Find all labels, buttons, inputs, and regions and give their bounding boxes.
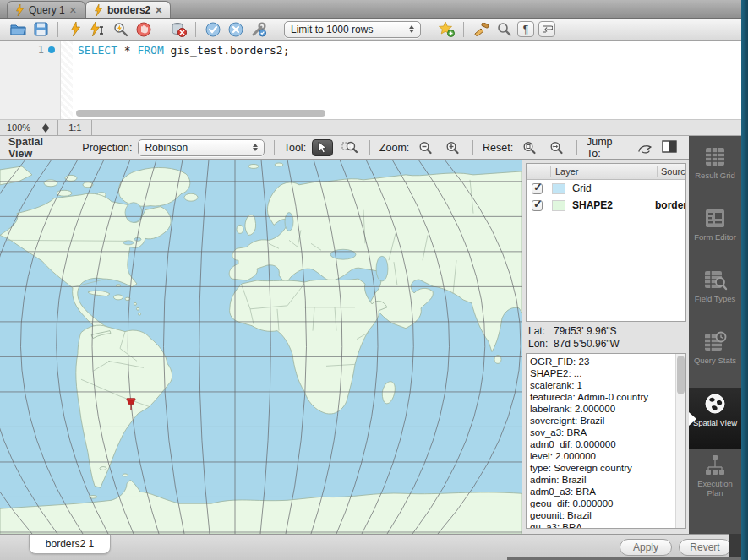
separator	[57, 120, 58, 135]
query-bolt-icon	[15, 4, 25, 16]
result-set-tab[interactable]: borders2 1	[29, 535, 111, 554]
layer-list: Layer Source Grid SHAPE2 borders2	[526, 163, 686, 322]
spatial-view-title: Spatial View	[8, 136, 69, 160]
sidebar-item-field-types[interactable]: Field Types	[689, 264, 741, 326]
tab-close-icon[interactable]: ✕	[69, 6, 77, 14]
editor-tab-bar: Query 1 ✕ borders2 ✕	[0, 0, 741, 19]
layer-visible-checkbox[interactable]	[532, 183, 543, 194]
sql-plain: gis_test.borders2;	[164, 44, 290, 57]
toolbar-separator	[195, 22, 196, 37]
tab-query-1[interactable]: Query 1 ✕	[7, 1, 85, 18]
dropdown-arrows-icon	[246, 144, 258, 151]
zoom-stepper[interactable]	[37, 123, 54, 133]
sql-toolbar: Limit to 1000 rows ¶	[0, 19, 741, 41]
app-window: Query 1 ✕ borders2 ✕	[0, 0, 748, 560]
zoom-area-tool-button[interactable]	[339, 139, 360, 156]
separator	[472, 140, 473, 155]
dropdown-arrows-icon	[402, 25, 414, 33]
fit-view-button[interactable]	[546, 139, 567, 156]
layer-row-grid[interactable]: Grid	[527, 180, 685, 197]
line-number: 1	[38, 44, 44, 56]
lon-value: 87d 5'50.96"W	[554, 338, 620, 350]
scale-ratio-button[interactable]: 1:1	[62, 122, 88, 133]
save-button[interactable]	[31, 20, 50, 39]
editor-hscrollbar-thumb[interactable]	[76, 110, 325, 117]
sql-editor[interactable]: 1 SELECT * FROM gis_test.borders2;	[0, 41, 741, 119]
rollback-button[interactable]	[227, 20, 245, 39]
zoom-in-icon	[445, 141, 460, 155]
sidebar-item-form-editor[interactable]: Form Editor	[689, 203, 741, 264]
revert-button[interactable]: Revert	[679, 539, 731, 556]
side-panel-toggle-button[interactable]	[662, 140, 677, 155]
attributes-scrollbar[interactable]	[675, 354, 685, 528]
projection-dropdown[interactable]: Robinson	[138, 139, 264, 156]
execute-query-button[interactable]	[66, 20, 85, 39]
reset-label: Reset:	[483, 142, 513, 154]
toggle-autocommit-button[interactable]	[249, 20, 268, 39]
feature-attributes-text: OGR_FID: 23 SHAPE2: ... scalerank: 1 fea…	[527, 354, 685, 529]
cursor-icon	[317, 141, 328, 154]
query-bolt-icon	[94, 4, 103, 16]
sidebar-item-result-grid[interactable]: Result Grid	[689, 141, 741, 203]
active-item-arrow-icon	[689, 412, 696, 426]
sidebar-item-execution-plan[interactable]: Execution Plan	[689, 449, 741, 511]
zoom-label: Zoom:	[379, 142, 409, 154]
save-snippet-button[interactable]	[437, 20, 456, 39]
layer-color-swatch	[552, 200, 565, 211]
limit-rows-dropdown[interactable]: Limit to 1000 rows	[284, 21, 421, 38]
toolbar-separator	[161, 22, 161, 37]
sidebar-item-query-stats[interactable]: Query Stats	[689, 326, 741, 388]
layer-row-shape2[interactable]: SHAPE2 borders2	[527, 197, 685, 214]
toggle-invisible-chars-button[interactable]: ¶	[517, 21, 534, 37]
limit-rows-value: Limit to 1000 rows	[291, 24, 373, 35]
separator	[274, 140, 275, 155]
field-types-icon	[702, 269, 728, 291]
result-grid-icon	[702, 146, 728, 168]
reset-zoom-icon	[522, 141, 537, 155]
panel-toggle-icon	[662, 140, 677, 153]
coordinate-readout: Lat:79d53' 9.96"S Lon:87d 5'50.96"W	[528, 325, 620, 351]
attributes-scrollbar-thumb[interactable]	[677, 356, 685, 394]
zoom-area-icon	[341, 140, 358, 155]
zoom-in-button[interactable]	[442, 139, 463, 156]
sql-text[interactable]: SELECT * FROM gis_test.borders2;	[73, 41, 289, 119]
form-editor-icon	[702, 208, 728, 230]
explain-query-button[interactable]	[112, 20, 130, 39]
zoom-out-icon	[418, 141, 433, 155]
layer-name: SHAPE2	[572, 199, 655, 211]
sidebar-item-spatial-view[interactable]: Spatial View	[689, 388, 741, 449]
sql-keyword: SELECT	[78, 44, 117, 57]
toolbar-separator	[276, 22, 276, 37]
tab-close-icon[interactable]: ✕	[155, 6, 162, 14]
window-bottom-edge	[507, 557, 741, 560]
spatial-map-view[interactable]	[0, 160, 522, 534]
open-file-button[interactable]	[8, 20, 27, 39]
fold-margin	[61, 41, 73, 119]
zoom-out-button[interactable]	[415, 139, 436, 156]
layer-visible-checkbox[interactable]	[532, 200, 543, 211]
toggle-stop-on-error-button[interactable]	[169, 20, 188, 39]
pointer-tool-button[interactable]	[312, 139, 333, 156]
layer-name: Grid	[572, 182, 655, 194]
beautify-sql-button[interactable]	[472, 20, 490, 39]
tab-borders2[interactable]: borders2 ✕	[85, 1, 172, 18]
execute-current-statement-button[interactable]	[89, 20, 107, 39]
layer-column-header: Layer	[550, 166, 657, 177]
feature-attributes-panel[interactable]: OGR_FID: 23 SHAPE2: ... scalerank: 1 fea…	[526, 353, 686, 529]
lon-label: Lon:	[528, 338, 554, 351]
toggle-word-wrap-button[interactable]	[538, 21, 555, 37]
projection-value: Robinson	[145, 142, 188, 154]
zoom-status-row: 100% 1:1	[0, 119, 741, 136]
stop-query-button[interactable]	[134, 20, 153, 39]
lat-label: Lat:	[528, 325, 554, 338]
statement-marker-icon	[48, 46, 55, 53]
source-column-header: Source	[657, 166, 685, 177]
zoom-level-value: 100%	[0, 122, 37, 133]
reset-zoom-button[interactable]	[519, 139, 540, 156]
fit-view-icon	[549, 141, 564, 155]
jump-to-button[interactable]	[635, 139, 656, 156]
find-button[interactable]	[494, 20, 513, 39]
apply-button[interactable]: Apply	[620, 539, 672, 556]
commit-button[interactable]	[204, 20, 222, 39]
spatial-view-icon	[702, 393, 728, 416]
